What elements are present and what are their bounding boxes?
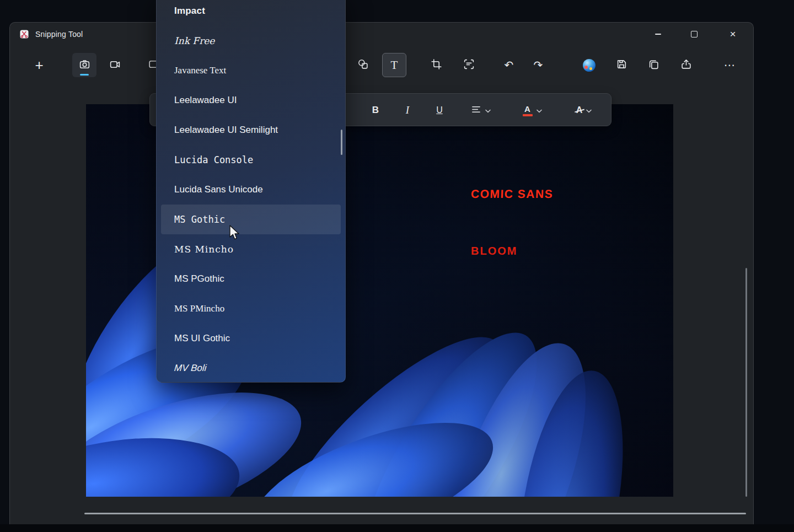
italic-button[interactable]: I [395,99,420,121]
italic-icon: I [406,104,409,116]
dropdown-scrollbar-thumb[interactable] [341,130,342,155]
font-menu-item[interactable]: MS UI Gothic [157,324,345,353]
font-menu-item[interactable]: MV Boli [155,353,347,383]
copy-button[interactable] [641,53,666,77]
underline-button[interactable]: U [427,99,452,121]
align-icon [471,104,481,117]
snipping-tool-app-icon [19,29,30,40]
font-menu-item[interactable]: Lucida Console [157,145,345,175]
window-title: Snipping Tool [35,30,83,39]
save-button[interactable] [609,53,634,77]
font-menu-item[interactable]: MS Mincho [157,234,345,264]
font-dropdown-menu: Impact Ink Free Javanese Text Leelawadee… [156,0,346,383]
bold-icon: B [372,105,379,116]
alignment-dropdown[interactable] [463,99,498,121]
close-button[interactable]: × [720,23,745,46]
text-tool-button[interactable]: T [382,53,406,77]
font-menu-item[interactable]: MS PMincho [157,294,345,324]
font-menu-item[interactable]: Javanese Text [157,56,345,85]
mouse-cursor-icon [229,225,241,244]
canvas-text-bloom: BLOOM [471,245,517,257]
maximize-icon [691,31,698,37]
font-menu-item[interactable]: MS PGothic [157,264,345,294]
page-bottom-band [0,524,794,532]
minimize-icon [655,34,661,35]
font-menu-item[interactable]: Ink Free [157,26,345,56]
ellipsis-icon: ⋯ [724,60,735,71]
undo-icon: ↶ [505,60,514,71]
maximize-button[interactable] [682,23,707,46]
bold-button[interactable]: B [363,99,388,121]
text-color-dropdown[interactable]: A [514,99,550,121]
minimize-button[interactable] [645,23,670,46]
share-icon [680,58,692,72]
redo-button[interactable]: ↷ [526,53,550,77]
font-menu-item[interactable]: Leelawadee UI Semilight [157,115,345,145]
underline-icon: U [436,105,443,115]
redo-icon: ↷ [534,60,543,71]
copy-icon [648,58,659,72]
crop-tool-button[interactable] [424,53,448,77]
chevron-down-icon [485,105,491,115]
text-actions-button[interactable] [457,53,481,77]
crop-icon [431,58,442,72]
shapes-icon [357,58,369,72]
chevron-down-icon [537,105,542,115]
record-mode-button[interactable] [103,53,127,77]
text-style-icon: A [576,105,583,115]
colorize-button[interactable] [577,53,601,77]
new-snip-button[interactable]: + [27,53,51,77]
text-color-icon: A [523,105,533,116]
camera-icon [79,58,90,72]
snapshot-mode-button[interactable] [72,53,96,77]
paint-ball-icon [583,59,596,72]
shapes-tool-button[interactable] [351,53,375,77]
font-menu-item[interactable]: Impact [157,0,345,26]
font-menu-item[interactable]: Lucida Sans Unicode [157,175,345,205]
video-camera-icon [109,58,121,72]
titlebar[interactable]: Snipping Tool × [10,23,753,46]
text-tool-icon: T [391,58,398,72]
font-menu-item-highlighted[interactable]: MS Gothic [161,205,341,234]
text-actions-icon [463,58,475,72]
chevron-down-icon [586,105,592,115]
share-button[interactable] [674,53,698,77]
close-icon: × [729,28,736,40]
vertical-scrollbar[interactable] [745,268,747,497]
more-options-button[interactable]: ⋯ [717,53,742,77]
undo-button[interactable]: ↶ [497,53,521,77]
font-menu-item[interactable]: Leelawadee UI [157,85,345,115]
save-icon [616,58,627,72]
snipping-tool-window: Snipping Tool × + [9,22,754,525]
plus-icon: + [35,58,43,72]
horizontal-scrollbar[interactable] [84,513,746,514]
text-style-dropdown[interactable]: A [566,99,602,121]
canvas-text-comic-sans: COMIC SANS [471,187,554,201]
